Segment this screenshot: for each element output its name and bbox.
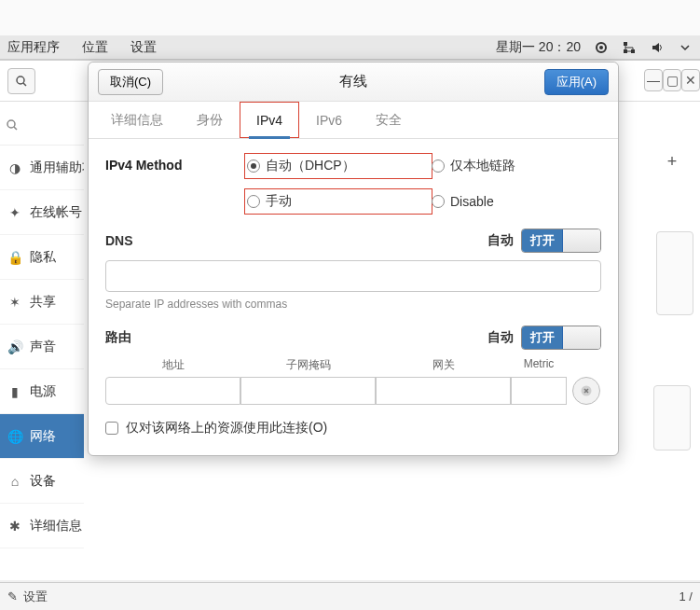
toggle-on-label: 打开 [522,326,563,349]
add-icon[interactable]: + [667,152,678,172]
svg-point-5 [17,76,24,84]
accounts-icon: ✦ [7,205,22,220]
sidebar-item-power[interactable]: ▮电源 [0,369,84,414]
window-close-button[interactable]: ✕ [681,69,700,91]
dns-input[interactable] [105,260,601,292]
route-header-address: 地址 [105,357,240,373]
svg-rect-2 [624,42,627,46]
sidebar-item-label: 详细信息 [30,518,82,534]
sidebar-item-devices[interactable]: ⌂设备 [0,459,84,504]
svg-point-1 [599,46,603,49]
sidebar-item-label: 声音 [30,339,56,355]
right-panel: — ▢ ✕ + [644,60,700,580]
svg-line-8 [14,127,17,130]
dialog-tabs: 详细信息 身份 IPv4 IPv6 安全 [89,102,618,139]
search-button[interactable] [7,68,35,94]
dns-auto-label: 自动 [487,232,514,249]
sound-icon: 🔊 [7,340,22,354]
sidebar-item-online-accounts[interactable]: ✦在线帐号 [0,190,84,235]
sidebar-item-network[interactable]: 🌐网络 [0,414,84,459]
tab-ipv6[interactable]: IPv6 [299,102,359,138]
radio-icon [247,195,260,208]
sidebar-item-privacy[interactable]: 🔒隐私 [0,235,84,280]
radio-label: Disable [450,194,494,209]
routes-auto-label: 自动 [487,329,514,346]
radio-icon [432,159,445,173]
power-icon[interactable] [594,40,609,55]
radio-label: 手动 [266,193,292,210]
sidebar-item-label: 通用辅助功 [30,159,84,176]
window-minimize-button[interactable]: — [644,69,663,91]
chevron-down-icon[interactable] [678,40,693,55]
menu-settings[interactable]: 设置 [130,39,157,56]
svg-rect-4 [624,49,627,53]
svg-line-6 [23,83,26,86]
menu-applications[interactable]: 应用程序 [7,39,60,56]
connection-dialog: 取消(C) 有线 应用(A) 详细信息 身份 IPv4 IPv6 安全 IPv4… [88,62,619,456]
edit-icon: ✎ [7,589,18,603]
svg-point-7 [7,120,15,128]
routes-auto-toggle[interactable]: 打开 [521,326,601,350]
route-delete-button[interactable] [572,377,600,405]
cancel-button[interactable]: 取消(C) [98,69,163,95]
radio-label: 自动（DHCP） [266,158,355,174]
sidebar-item-label: 网络 [30,428,56,445]
sidebar-search[interactable] [0,104,84,146]
share-icon: ✶ [7,295,22,310]
clock: 星期一 20：20 [496,39,581,56]
sidebar-item-sharing[interactable]: ✶共享 [0,280,84,325]
radio-icon [247,159,260,173]
sidebar-item-label: 电源 [30,383,56,400]
tab-details[interactable]: 详细信息 [94,102,180,138]
ipv4-method-label: IPv4 Method [105,154,245,214]
lock-icon: 🔒 [7,250,22,265]
route-metric-input[interactable] [511,377,567,405]
settings-sidebar: ◑通用辅助功 ✦在线帐号 🔒隐私 ✶共享 🔊声音 ▮电源 🌐网络 ⌂设备 ✱详细… [0,146,84,580]
route-address-input[interactable] [105,377,240,405]
connection-box [656,231,693,315]
sidebar-item-label: 共享 [30,294,56,311]
volume-icon[interactable] [650,40,665,55]
route-netmask-input[interactable] [240,377,376,405]
route-header-gateway: 网关 [376,357,511,373]
dns-heading: DNS [105,233,133,248]
sidebar-item-accessibility[interactable]: ◑通用辅助功 [0,146,84,190]
tab-ipv4[interactable]: IPv4 [240,102,299,138]
radio-auto-dhcp[interactable]: 自动（DHCP） [245,154,432,178]
sidebar-item-sound[interactable]: 🔊声音 [0,325,84,369]
only-resources-checkbox[interactable] [105,422,118,435]
accessibility-icon: ◑ [7,160,22,175]
sidebar-item-label: 隐私 [30,249,56,266]
network-icon[interactable] [622,40,637,55]
sidebar-item-label: 在线帐号 [30,204,82,221]
info-icon: ✱ [7,519,22,534]
window-maximize-button[interactable]: ▢ [663,69,681,91]
menu-places[interactable]: 位置 [82,39,108,56]
sidebar-item-details[interactable]: ✱详细信息 [0,504,84,548]
toggle-knob [563,229,600,252]
battery-icon: ▮ [7,384,22,399]
only-resources-label: 仅对该网络上的资源使用此连接(O) [126,420,327,437]
radio-disable[interactable]: Disable [432,194,599,209]
top-panel: 应用程序 位置 设置 星期一 20：20 [0,35,700,60]
radio-link-local[interactable]: 仅本地链路 [432,158,599,174]
routes-heading: 路由 [105,329,131,346]
tab-security[interactable]: 安全 [359,102,419,138]
bottom-bar: ✎ 设置 1 / [0,582,700,610]
bottom-label: 设置 [23,589,48,605]
globe-icon: 🌐 [7,429,22,444]
radio-icon [432,195,445,208]
dns-auto-toggle[interactable]: 打开 [521,229,601,253]
svg-rect-3 [631,49,635,53]
apply-button[interactable]: 应用(A) [544,69,609,95]
toggle-knob [563,326,600,349]
route-gateway-input[interactable] [376,377,511,405]
dns-hint: Separate IP addresses with commas [105,298,601,311]
page-indicator: 1 / [679,589,693,603]
tab-identity[interactable]: 身份 [180,102,240,138]
connection-box [653,385,691,451]
toggle-on-label: 打开 [522,229,563,252]
radio-manual[interactable]: 手动 [245,189,432,214]
devices-icon: ⌂ [7,474,22,489]
dialog-title: 有线 [339,73,367,90]
